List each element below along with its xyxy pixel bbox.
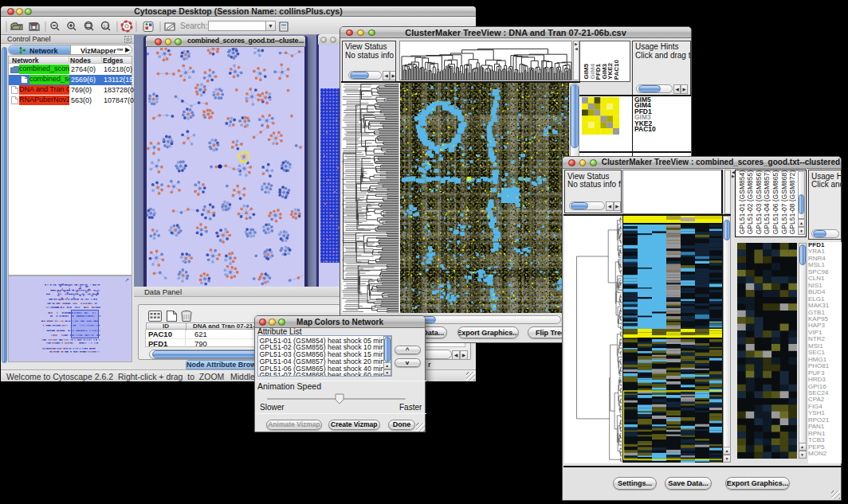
svg-text:1:1: 1:1 bbox=[104, 24, 109, 29]
